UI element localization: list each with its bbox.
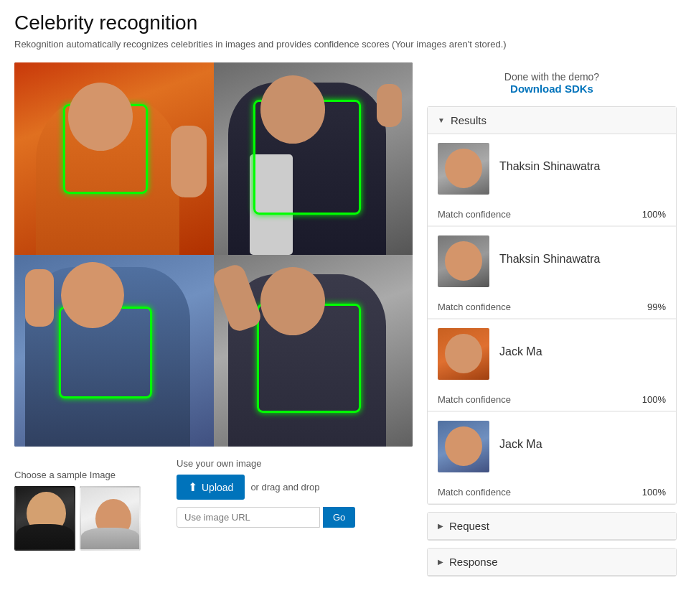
main-content: Choose a sample Image Use your own im: [0, 55, 691, 591]
image-display: [14, 62, 413, 447]
face-bl: [61, 262, 124, 328]
result-thumb: [438, 235, 489, 287]
confidence-value: 100%: [642, 394, 666, 405]
results-section: ▼ Results Thaksin ShinawatraMatch confid…: [427, 106, 677, 505]
result-thumb: [438, 328, 489, 380]
sample-label: Choose a sample Image: [14, 470, 141, 480]
results-chevron: ▼: [438, 116, 445, 124]
face-br: [260, 267, 325, 335]
result-name: Thaksin Shinawatra: [499, 253, 666, 266]
grid-cell-br: [214, 255, 413, 447]
result-name: Thaksin Shinawatra: [499, 160, 666, 173]
request-chevron: ▶: [438, 522, 443, 530]
thumb-face: [445, 149, 482, 188]
confidence-label: Match confidence: [438, 209, 511, 220]
result-info: Jack Ma: [499, 345, 666, 363]
thumb-tr: [377, 84, 402, 127]
result-info: Jack Ma: [499, 438, 666, 455]
sample-section: Choose a sample Image: [14, 470, 141, 551]
result-info: Thaksin Shinawatra: [499, 253, 666, 270]
upload-button[interactable]: ⬆ Upload: [177, 475, 245, 500]
url-input[interactable]: [177, 507, 320, 528]
result-item: Jack MaMatch confidence100%: [428, 412, 676, 504]
arm-tl: [171, 126, 207, 197]
image-grid: [14, 62, 413, 447]
confidence-row: Match confidence100%: [428, 388, 676, 411]
request-header[interactable]: ▶ Request: [428, 513, 676, 540]
done-text: Done with the demo?: [504, 71, 599, 83]
grid-cell-tr: [214, 62, 413, 255]
header: Celebrity recognition Rekognition automa…: [0, 0, 691, 55]
grid-cell-bl: [14, 255, 214, 447]
page-title: Celebrity recognition: [14, 11, 677, 34]
results-title: Results: [451, 114, 486, 126]
result-item: Jack MaMatch confidence100%: [428, 319, 676, 412]
sample-thumb-2[interactable]: [80, 486, 141, 551]
confidence-value: 99%: [647, 302, 666, 312]
demo-banner: Done with the demo? Download SDKs: [427, 62, 677, 106]
bezos-body: [16, 524, 74, 549]
confidence-label: Match confidence: [438, 487, 511, 498]
result-info: Thaksin Shinawatra: [499, 160, 666, 177]
thumb-face: [445, 426, 482, 466]
page-subtitle: Rekognition automatically recognizes cel…: [14, 39, 677, 50]
url-row: Go: [177, 507, 355, 528]
upload-label: Use your own image: [177, 458, 355, 469]
hand-bl: [25, 269, 54, 327]
controls-row: Choose a sample Image Use your own im: [14, 458, 413, 551]
drag-drop-text: or drag and drop: [250, 482, 319, 493]
upload-icon: ⬆: [188, 480, 197, 494]
confidence-label: Match confidence: [438, 302, 511, 312]
face-tl: [68, 83, 133, 151]
confidence-value: 100%: [642, 487, 666, 498]
page-wrapper: Celebrity recognition Rekognition automa…: [0, 0, 691, 616]
go-button[interactable]: Go: [323, 507, 355, 528]
sample-images: [14, 486, 141, 551]
thumb-face: [445, 241, 482, 281]
upload-button-label: Upload: [202, 482, 233, 493]
result-item: Thaksin ShinawatraMatch confidence99%: [428, 227, 676, 319]
response-section: ▶ Response: [427, 548, 677, 577]
andy-body: [81, 528, 139, 549]
confidence-value: 100%: [642, 209, 666, 220]
result-thumb: [438, 143, 489, 195]
right-panel: Done with the demo? Download SDKs ▼ Resu…: [427, 62, 677, 577]
confidence-label: Match confidence: [438, 394, 511, 405]
result-item: Thaksin ShinawatraMatch confidence100%: [428, 134, 676, 227]
confidence-row: Match confidence99%: [428, 296, 676, 319]
left-panel: Choose a sample Image Use your own im: [14, 62, 413, 577]
grid-cell-tl: [14, 62, 214, 255]
results-header[interactable]: ▼ Results: [428, 107, 676, 134]
sample-thumb-1[interactable]: [14, 486, 75, 551]
request-section: ▶ Request: [427, 512, 677, 541]
upload-row: ⬆ Upload or drag and drop: [177, 475, 355, 500]
response-chevron: ▶: [438, 558, 443, 566]
result-name: Jack Ma: [499, 438, 666, 451]
thumb-face: [445, 334, 482, 373]
response-title: Response: [449, 556, 498, 568]
confidence-row: Match confidence100%: [428, 481, 676, 504]
request-title: Request: [449, 520, 489, 532]
upload-section: Use your own image ⬆ Upload or drag and …: [177, 458, 355, 551]
results-container: Thaksin ShinawatraMatch confidence100%Th…: [428, 134, 676, 504]
result-thumb: [438, 421, 489, 472]
response-header[interactable]: ▶ Response: [428, 549, 676, 576]
face-tr: [260, 75, 325, 144]
download-link[interactable]: Download SDKs: [427, 83, 677, 95]
result-name: Jack Ma: [499, 345, 666, 358]
confidence-row: Match confidence100%: [428, 203, 676, 226]
